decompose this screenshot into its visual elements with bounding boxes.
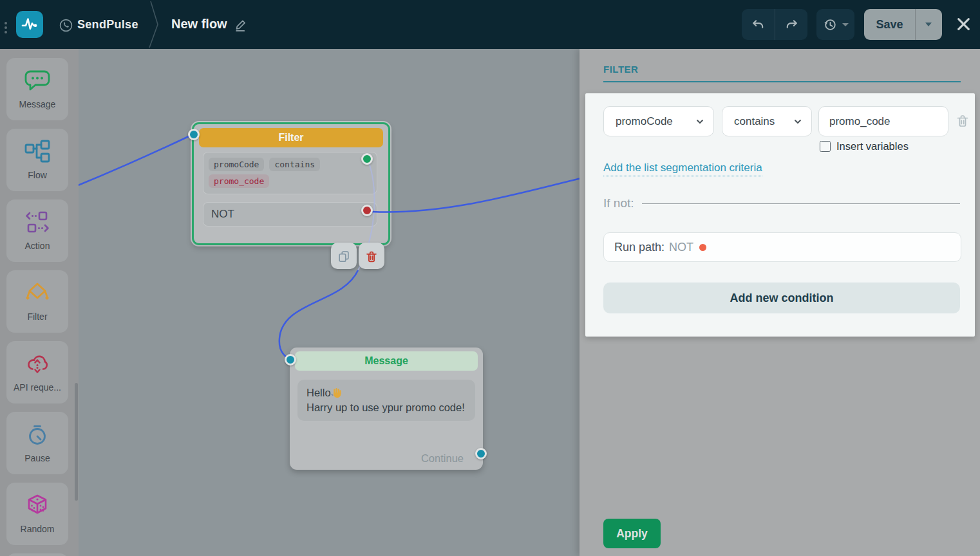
edge-not-outgoing xyxy=(372,178,581,212)
undo-button[interactable] xyxy=(742,17,775,32)
add-new-condition-button[interactable]: Add new condition xyxy=(603,283,960,313)
sidebar-item-label: API reque... xyxy=(6,382,68,393)
save-split-button: Save xyxy=(864,9,942,40)
run-path-value: NOT xyxy=(669,241,693,254)
add-condition-label: Add new condition xyxy=(730,292,834,305)
pause-icon xyxy=(23,420,52,449)
panel-title: FILTER xyxy=(603,64,638,75)
close-icon[interactable] xyxy=(956,16,972,32)
chevron-down-icon xyxy=(695,117,704,126)
filter-settings-panel: FILTER promoCode contains promo_code xyxy=(580,49,980,556)
wave-emoji xyxy=(331,387,343,398)
segmentation-criteria-link[interactable]: Add the list segmentation criteria xyxy=(603,162,762,176)
sidebar-item-label: Flow xyxy=(6,170,68,180)
apply-label: Apply xyxy=(616,527,648,541)
filter-node[interactable]: Filter promoCodecontains promo_code NOT xyxy=(192,122,390,245)
filter-success-port[interactable] xyxy=(361,153,373,165)
breadcrumb-separator xyxy=(146,0,162,49)
duplicate-node-button[interactable] xyxy=(331,243,357,269)
message-node[interactable]: Message Hello Harry up to use ypur promo… xyxy=(290,348,483,470)
not-label: NOT xyxy=(211,208,234,221)
sendpulse-logo[interactable] xyxy=(16,11,43,38)
continue-label: Continue xyxy=(421,452,464,465)
condition-value-input[interactable]: promo_code xyxy=(818,106,948,136)
remove-condition-button[interactable] xyxy=(955,113,970,128)
if-not-label: If not: xyxy=(603,196,634,210)
insert-variables-row: Insert variables xyxy=(820,140,909,153)
condition-operator-pill: contains xyxy=(269,158,320,171)
history-caret-icon xyxy=(842,23,849,26)
copy-icon xyxy=(337,249,351,263)
edge-incoming xyxy=(73,136,190,187)
sidebar-item-label: Pause xyxy=(6,453,68,463)
trash-icon xyxy=(364,249,379,263)
random-icon xyxy=(23,491,52,519)
filter-node-header[interactable]: Filter xyxy=(199,128,383,147)
sidebar-item-filter[interactable]: Filter xyxy=(6,270,68,333)
continue-port[interactable] xyxy=(475,448,487,459)
trash-icon xyxy=(955,113,970,128)
brand-name: SendPulse xyxy=(77,18,138,32)
sidebar-item-api-request[interactable]: API reque... xyxy=(6,341,68,403)
undo-redo-group xyxy=(742,9,807,40)
filter-icon xyxy=(23,279,52,307)
message-bubble[interactable]: Hello Harry up to use ypur promo code! xyxy=(297,380,475,421)
sidebar-item-label: Action xyxy=(6,241,68,251)
condition-field-pill: promoCode xyxy=(209,158,264,171)
element-sidebar: Message Flow Action xyxy=(0,49,79,556)
sidebar-scrollbar-thumb[interactable] xyxy=(75,383,78,501)
sidebar-item-random[interactable]: Random xyxy=(6,483,68,545)
sidebar-item-partial[interactable] xyxy=(6,553,68,556)
redo-icon xyxy=(784,17,799,32)
if-not-row: If not: xyxy=(603,196,960,210)
save-button[interactable]: Save xyxy=(864,18,915,32)
field-select[interactable]: promoCode xyxy=(603,106,714,136)
pulse-icon xyxy=(19,14,41,35)
message-greeting: Hello xyxy=(306,387,331,398)
top-bar: SendPulse New flow xyxy=(0,0,980,49)
operator-select[interactable]: contains xyxy=(722,106,812,136)
filter-condition-box[interactable]: promoCodecontains promo_code xyxy=(203,152,377,194)
insert-variables-label: Insert variables xyxy=(836,140,909,153)
condition-card: promoCode contains promo_code Insert var… xyxy=(585,93,975,337)
sidebar-item-flow[interactable]: Flow xyxy=(6,129,68,191)
delete-node-button[interactable] xyxy=(359,243,384,269)
sidebar-item-label: Message xyxy=(6,99,68,109)
sidebar-item-message[interactable]: Message xyxy=(6,58,68,120)
sidebar-item-action[interactable]: Action xyxy=(6,199,68,262)
insert-variables-checkbox[interactable] xyxy=(820,141,831,152)
save-options-button[interactable] xyxy=(916,23,941,26)
save-caret-icon xyxy=(925,23,932,26)
history-button[interactable] xyxy=(816,9,854,40)
edit-pencil-icon[interactable] xyxy=(234,18,248,32)
sidebar-item-label: Filter xyxy=(6,311,68,322)
condition-value-pill: promo_code xyxy=(209,174,269,188)
sidebar-item-label: Random xyxy=(6,524,68,534)
redo-button[interactable] xyxy=(775,17,807,32)
field-select-value: promoCode xyxy=(616,115,673,128)
filter-input-port[interactable] xyxy=(188,129,200,140)
whatsapp-icon xyxy=(59,18,73,33)
history-icon xyxy=(823,17,837,32)
action-icon xyxy=(23,208,52,236)
condition-value-text: promo_code xyxy=(829,115,890,128)
if-not-divider xyxy=(642,203,960,204)
filter-not-port[interactable] xyxy=(361,205,373,216)
run-path-box[interactable]: Run path: NOT xyxy=(603,232,961,262)
flow-title: New flow xyxy=(171,17,227,32)
run-path-port-dot xyxy=(699,244,706,251)
kebab-menu[interactable] xyxy=(5,20,7,35)
undo-icon xyxy=(751,17,766,32)
message-node-header[interactable]: Message xyxy=(295,351,478,371)
chevron-down-icon xyxy=(793,117,802,126)
apply-button[interactable]: Apply xyxy=(603,519,661,548)
panel-title-rule xyxy=(603,81,961,82)
edge-success-to-message xyxy=(279,270,358,358)
run-path-label: Run path: xyxy=(614,241,664,254)
message-icon xyxy=(23,66,52,95)
message-input-port[interactable] xyxy=(285,354,296,366)
api-request-icon xyxy=(23,349,52,378)
flow-icon xyxy=(23,137,52,165)
sidebar-item-pause[interactable]: Pause xyxy=(6,412,68,474)
filter-not-box[interactable]: NOT xyxy=(203,202,377,227)
